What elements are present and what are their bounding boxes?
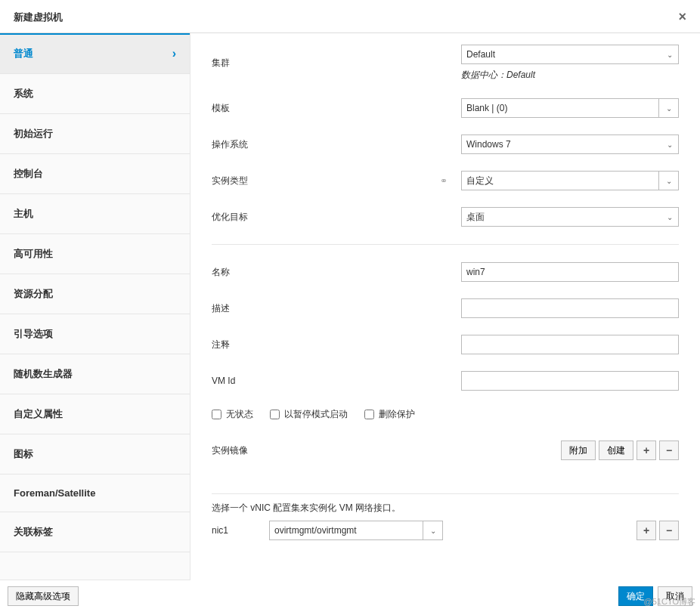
dialog-title: 新建虚拟机: [14, 11, 63, 24]
sidebar-item-label: 随机数生成器: [14, 367, 73, 381]
delete-protect-checkbox[interactable]: 删除保护: [364, 408, 415, 421]
sidebar-item-label: Foreman/Satellite: [14, 487, 95, 499]
instance-type-select[interactable]: 自定义: [461, 171, 659, 190]
vnic-hint: 选择一个 vNIC 配置集来实例化 VM 网络接口。: [212, 493, 679, 515]
comment-input[interactable]: [461, 335, 679, 354]
form-content: 集群 Default ⌄ 数据中心：Default 模板 Blank | (0): [190, 33, 700, 580]
name-input[interactable]: [461, 262, 679, 282]
sidebar-item-label: 引导选项: [14, 327, 53, 341]
name-label: 名称: [212, 266, 461, 279]
template-label: 模板: [212, 102, 461, 115]
sidebar-item-tags[interactable]: 关联标签: [0, 512, 190, 552]
instance-type-label: 实例类型 ⚭: [212, 175, 461, 187]
attach-button[interactable]: 附加: [561, 441, 596, 460]
cluster-note: 数据中心：Default: [461, 69, 679, 82]
sidebar: 普通 › 系统 初始运行 控制台 主机 高可用性 资源分配 引导选项 随机数生成…: [0, 33, 190, 580]
sidebar-item-boot[interactable]: 引导选项: [0, 314, 190, 354]
sidebar-item-initial-run[interactable]: 初始运行: [0, 114, 190, 154]
sidebar-item-label: 控制台: [14, 167, 43, 181]
start-paused-label: 以暂停模式启动: [284, 408, 348, 421]
chevron-right-icon: ›: [172, 47, 176, 60]
chevron-down-icon: ⌄: [430, 527, 436, 535]
hide-advanced-button[interactable]: 隐藏高级选项: [8, 586, 79, 606]
os-label: 操作系统: [212, 138, 461, 151]
sidebar-item-icon[interactable]: 图标: [0, 434, 190, 475]
sidebar-item-label: 主机: [14, 207, 33, 221]
sidebar-item-ha[interactable]: 高可用性: [0, 234, 190, 274]
template-select[interactable]: Blank | (0): [461, 98, 659, 118]
instance-type-dropdown-button[interactable]: ⌄: [659, 171, 679, 190]
nic-remove-button[interactable]: −: [659, 521, 679, 540]
sidebar-item-label: 资源分配: [14, 287, 53, 301]
description-input[interactable]: [461, 298, 679, 318]
delete-protect-label: 删除保护: [379, 408, 415, 421]
chain-icon: ⚭: [440, 175, 446, 186]
close-icon[interactable]: ×: [678, 9, 686, 25]
stateless-checkbox[interactable]: 无状态: [212, 408, 253, 421]
sidebar-item-label: 普通: [14, 47, 33, 60]
image-remove-button[interactable]: −: [659, 441, 679, 460]
instance-image-label: 实例镜像: [212, 444, 248, 457]
template-version-button[interactable]: ⌄: [659, 98, 679, 118]
stateless-checkbox-input[interactable]: [212, 410, 221, 419]
vnic-select[interactable]: ovirtmgmt/ovirtmgmt: [269, 521, 423, 540]
sidebar-item-resource[interactable]: 资源分配: [0, 274, 190, 314]
os-select[interactable]: Windows 7: [461, 134, 679, 154]
sidebar-item-label: 系统: [14, 87, 33, 100]
delete-protect-checkbox-input[interactable]: [364, 410, 374, 419]
minus-icon: −: [666, 444, 672, 456]
start-paused-checkbox-input[interactable]: [270, 410, 280, 419]
cluster-select[interactable]: Default: [461, 45, 679, 64]
plus-icon: +: [643, 444, 649, 456]
vnic-dropdown-button[interactable]: ⌄: [423, 521, 443, 540]
description-label: 描述: [212, 302, 461, 315]
create-button[interactable]: 创建: [599, 441, 633, 460]
minus-icon: −: [666, 524, 672, 536]
sidebar-item-host[interactable]: 主机: [0, 194, 190, 234]
sidebar-item-foreman[interactable]: Foreman/Satellite: [0, 475, 190, 512]
title-bar: 新建虚拟机 ×: [0, 0, 700, 33]
sidebar-item-label: 高可用性: [14, 247, 53, 261]
chevron-down-icon: ⌄: [666, 177, 672, 185]
start-paused-checkbox[interactable]: 以暂停模式启动: [270, 408, 348, 421]
nic-add-button[interactable]: +: [637, 521, 656, 540]
sidebar-item-rng[interactable]: 随机数生成器: [0, 354, 190, 394]
vmid-input[interactable]: [461, 371, 679, 391]
sidebar-item-general[interactable]: 普通 ›: [0, 33, 190, 74]
sidebar-item-console[interactable]: 控制台: [0, 154, 190, 194]
vmid-label: VM Id: [212, 376, 461, 386]
sidebar-item-system[interactable]: 系统: [0, 74, 190, 114]
optimization-select[interactable]: 桌面: [461, 207, 679, 227]
image-add-button[interactable]: +: [637, 441, 656, 460]
comment-label: 注释: [212, 339, 461, 351]
nic-label: nic1: [212, 525, 269, 536]
cluster-label: 集群: [212, 57, 461, 70]
sidebar-item-label: 初始运行: [14, 127, 53, 141]
optimization-label: 优化目标: [212, 211, 461, 224]
footer: 隐藏高级选项 确定 取消: [0, 580, 700, 609]
sidebar-item-label: 关联标签: [14, 525, 53, 539]
sidebar-item-label: 自定义属性: [14, 407, 63, 421]
sidebar-item-custom[interactable]: 自定义属性: [0, 394, 190, 434]
divider: [212, 244, 679, 245]
stateless-label: 无状态: [226, 408, 253, 421]
sidebar-item-label: 图标: [14, 447, 33, 461]
watermark: @51CTO博客: [644, 596, 695, 607]
chevron-down-icon: ⌄: [666, 104, 672, 113]
plus-icon: +: [643, 524, 649, 536]
